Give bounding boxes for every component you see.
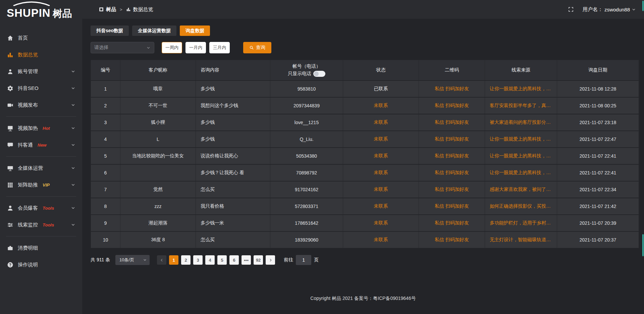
qr-add-friend-link[interactable]: 私信 扫码加好友 [435,220,469,226]
lead-source-link[interactable]: 让你一眼就爱上的黑科技，能... [490,136,552,142]
scrollbar-thumb[interactable] [642,1,644,11]
lead-source-link[interactable]: 让你一眼就爱上的黑科技，能... [490,86,552,92]
cell-account: love__1215 [270,114,343,130]
page-number-button[interactable]: 6 [229,255,239,265]
qr-add-friend-link[interactable]: 私信 扫码加好友 [435,203,469,209]
sidebar-item[interactable]: 抖客通 New [0,137,82,153]
cell-qrcode: 私信 扫码加好友 [419,165,485,181]
sidebar-item[interactable]: 首页 [0,30,82,46]
lead-source-link[interactable]: 让你一眼就爱上的黑科技，能... [490,153,552,159]
lead-source-link[interactable]: 感谢大家喜欢我家，被问了好... [490,187,552,193]
chevron-down-icon [71,86,75,91]
data-tab[interactable]: 全媒体运营数据 [132,25,176,36]
sidebar-item[interactable]: 矩阵助推 VIP [0,176,82,193]
search-button[interactable]: 查询 [243,42,271,53]
sidebar-item[interactable]: 视频加热 Hot [0,120,82,137]
cell-id: 6 [91,165,120,181]
page-number-button[interactable]: 3 [193,255,203,265]
goto-suffix: 页 [314,257,319,263]
cell-status: 未联系 [343,98,419,114]
header-qrcode: 二维码 [419,60,485,80]
search-icon [249,45,254,50]
lead-source-link[interactable]: 如何正确选择投影仪，买投影... [490,203,552,209]
page-size-select[interactable]: 10条/页 [115,255,150,265]
cell-nickname: zzz [120,198,196,214]
lead-source-link[interactable]: 客厅安装投影半年多了，真实... [490,103,552,109]
qr-add-friend-link[interactable]: 私信 扫码加好友 [435,237,469,243]
page-number-button[interactable]: 92 [254,255,263,265]
lead-source-link[interactable]: 被大家追着问的客厅投影分享... [490,119,552,125]
range-buttons: 一周内一月内三月内 [161,42,230,53]
breadcrumb-app[interactable]: 树品 [106,6,116,13]
page-number-button[interactable]: 4 [205,255,215,265]
data-tab[interactable]: 抖音seo数据 [91,25,129,36]
sidebar-item[interactable]: 会员爆客 Tools [0,200,82,216]
sidebar: SHUPIN树品 首页 数据总览 账号管理 抖音SEO [0,0,82,314]
chevron-down-icon [632,7,636,12]
filter-select[interactable]: 请选择 [91,42,154,53]
qr-add-friend-link[interactable]: 私信 扫码加好友 [435,187,469,193]
sidebar-item[interactable]: 消费明细 [0,240,82,256]
sidebar-item-badge: Tools [43,222,54,227]
app-layout: SHUPIN树品 首页 数据总览 账号管理 抖音SEO [0,0,644,314]
cell-id: 5 [91,148,120,164]
cell-source: 让你一眼就爱上的黑科技，能... [485,165,557,181]
page-number-button[interactable]: 2 [181,255,191,265]
sidebar-item[interactable]: 视频发布 [0,97,82,113]
video-publish-icon [7,102,13,108]
range-button[interactable]: 一月内 [185,42,206,53]
lead-source-link[interactable]: 无主灯设计，智能磁吸轨道灯... [490,237,552,243]
chevron-down-icon [71,126,75,130]
scrollbar-thumb[interactable] [642,234,644,256]
filter-bar: 请选择 一周内一月内三月内 查询 [91,42,639,53]
table-header-row: 编号 客户昵称 咨询内容 帐号（电话） 只显示电话 状态 二维码 线索来源 询盘… [91,60,639,80]
qr-add-friend-link[interactable]: 私信 扫码加好友 [435,103,469,109]
logo-arc [11,1,52,6]
status-text: 未联系 [374,136,388,142]
cell-status: 未联系 [343,181,419,198]
lead-source-link[interactable]: 让你一眼就爱上的黑科技，能... [490,170,552,176]
next-page-button[interactable] [266,255,275,265]
lead-source-link[interactable]: 多功能护栏灯，适用于乡村文... [490,220,552,226]
qr-add-friend-link[interactable]: 私信 扫码加好友 [435,86,469,92]
cell-content: 多少钱 [196,131,270,147]
cell-nickname [120,165,196,181]
cell-account: 572803371 [270,198,343,214]
sidebar-item[interactable]: 数据总览 [0,46,82,63]
pagination: 共 911 条 10条/页 123456•••92 前往 页 [91,255,639,265]
grid-icon [7,181,13,188]
cell-nickname: 当地比较能吃的一位美女 [120,148,196,164]
chevron-down-icon [71,182,75,187]
qr-add-friend-link[interactable]: 私信 扫码加好友 [435,119,469,125]
page-number-button[interactable]: 1 [169,255,178,265]
total-count: 共 911 条 [91,257,110,263]
data-tab[interactable]: 询盘数据 [180,25,210,36]
phone-toggle-label: 只显示电话 [288,71,311,77]
sidebar-item[interactable]: 账号管理 [0,63,82,80]
qr-add-friend-link[interactable]: 私信 扫码加好友 [435,136,469,142]
prev-page-button[interactable] [157,255,166,265]
breadcrumb-separator: > [120,7,122,12]
sidebar-item[interactable]: 全媒体运营 [0,160,82,176]
fullscreen-icon[interactable] [568,6,574,12]
copyright-text: Copyright 树品 2021 备案号：粤ICP备09019646号 [310,296,416,302]
table-row: 9 潮起潮落 多少钱一米 178651642 未联系 私信 扫码加好友 多功能护… [91,214,639,231]
user-menu[interactable]: 用户名：zswodun88 [583,6,636,13]
chevron-down-icon [71,166,75,170]
cell-qrcode: 私信 扫码加好友 [419,148,485,164]
phone-only-toggle[interactable] [313,71,325,77]
cell-content: 多少钱 [196,81,270,97]
data-tabs: 抖音seo数据全媒体运营数据询盘数据 [91,25,639,36]
range-button[interactable]: 三月内 [209,42,230,53]
qr-add-friend-link[interactable]: 私信 扫码加好友 [435,153,469,159]
sidebar-item[interactable]: 抖音SEO [0,80,82,97]
page-number-button[interactable]: 5 [217,255,227,265]
sidebar-item[interactable]: 操作说明 [0,256,82,273]
sidebar-item[interactable]: 线索监控 Tools [0,216,82,233]
status-text: 未联系 [374,153,388,159]
qr-add-friend-link[interactable]: 私信 扫码加好友 [435,170,469,176]
range-button[interactable]: 一周内 [162,42,182,53]
header-date: 询盘日期 [557,60,639,80]
goto-page-input[interactable] [296,255,311,265]
page-number-button[interactable]: ••• [241,255,251,265]
